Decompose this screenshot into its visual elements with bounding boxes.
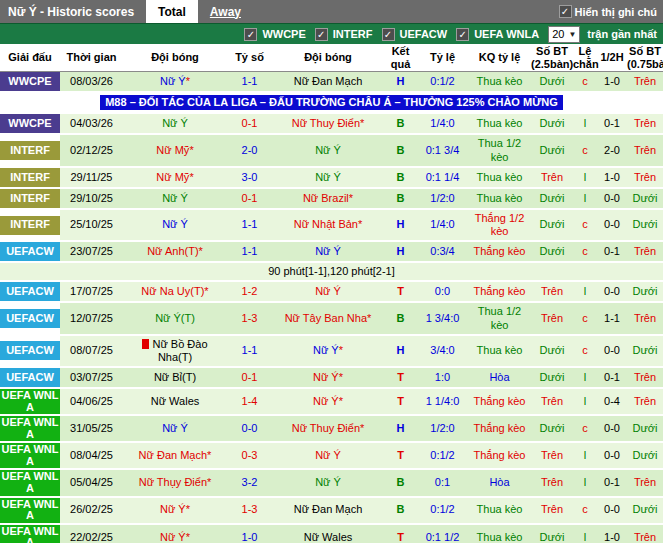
league-cell: UEFA WNLA [0,524,60,543]
away-team-name[interactable]: Nữ Thuy Điển [292,117,360,129]
away-team-name[interactable]: Nữ Ý [313,371,339,383]
league-cell: UEFA WNLA [0,469,60,496]
show-notes-checkbox[interactable] [559,5,572,18]
home-team-name[interactable]: Nữ Ý [160,531,186,543]
odd-even: l [573,113,597,134]
league-badge: INTERF [0,216,60,235]
result-letter: T [384,281,417,302]
league-filter-bar: WWCPE INTERF UEFACW UEFA WNLA 20 ▼ trận … [0,23,663,44]
away-team-name[interactable]: Nữ Ý [313,344,339,356]
home-team-name[interactable]: Nữ Thụy Điển [139,476,207,488]
home-team-name[interactable]: Nữ Mỹ [156,144,189,156]
over-under-2-5: Dưới [531,367,573,388]
ad-banner[interactable]: M88 – ĐỐI TÁC CỦA LA LIGA – ĐẤU TRƯỜNG C… [100,95,563,110]
home-team-name[interactable]: Nữ Wales [151,395,200,407]
home-team-name[interactable]: Nữ Ý [162,422,188,434]
away-team-cell: Nữ Ý* [272,367,384,388]
over-under-0-75: Dưới [627,415,663,442]
away-team-name[interactable]: Nữ Ý [315,171,341,183]
home-team-name[interactable]: Nữ Bồ Đào Nha(T) [152,338,207,363]
filter-checkbox-uefacw[interactable] [382,28,395,41]
match-date: 26/02/25 [60,497,123,524]
match-row: UEFACW23/07/25Nữ Anh(T)*1-1Nữ ÝH0:3/4Thắ… [0,241,663,262]
away-team-name[interactable]: Nữ Brazil [303,192,349,204]
home-team-name[interactable]: Nữ Na Uy(T) [141,285,204,297]
home-team-cell: Nữ Ý(T) [123,302,227,334]
home-team-name[interactable]: Nữ Ý [162,192,188,204]
favorite-star: * [186,503,190,515]
result-letter: B [384,302,417,334]
home-team-name[interactable]: Nữ Đan Mạch [139,449,208,461]
home-team-name[interactable]: Nữ Ý(T) [155,312,195,324]
tab-total[interactable]: Total [146,0,198,23]
favorite-star: * [199,245,203,257]
ad-row: M88 – ĐỐI TÁC CỦA LA LIGA – ĐẤU TRƯỜNG C… [0,92,663,113]
favorite-star: * [189,171,193,183]
handicap-result: Thua 1/2 kèo [468,134,531,166]
home-team-name[interactable]: Nữ Bỉ(T) [154,371,196,383]
over-under-0-75: Trên [627,241,663,262]
away-team-name[interactable]: Nữ Đan Mạch [294,75,363,87]
home-team-cell: Nữ Bồ Đào Nha(T) [123,335,227,367]
half-time-score: 0-1 [597,469,627,496]
home-team-name[interactable]: Nữ Mỹ [156,171,189,183]
over-under-2-5: Dưới [531,524,573,543]
half-time-score: 0-0 [597,188,627,209]
odd-even: c [573,72,597,93]
match-date: 08/03/26 [60,72,123,93]
match-score: 1-1 [227,241,272,262]
away-team-name[interactable]: Nữ Thuy Điển [292,422,360,434]
filter-checkbox-wwcpe[interactable] [244,28,257,41]
away-team-cell: Nữ Ý [272,469,384,496]
league-badge: WWCPE [0,72,60,91]
match-date: 03/07/25 [60,367,123,388]
away-team-name[interactable]: Nữ Nhật Bản [294,218,358,230]
match-score: 0-0 [227,415,272,442]
over-under-0-75: Trên [627,113,663,134]
match-row: UEFA WNLA08/04/25Nữ Đan Mạch*0-3Nữ ÝT0:1… [0,442,663,469]
header-away-team: Đội bóng [272,44,384,72]
away-team-name[interactable]: Nữ Ý [315,245,341,257]
result-letter: H [384,415,417,442]
home-team-cell: Nữ Ý [123,209,227,241]
header-league: Giải đấu [0,44,60,72]
league-badge: UEFA WNLA [0,498,60,523]
match-row: WWCPE08/03/26Nữ Ý*1-1Nữ Đan MạchH0:1/2Th… [0,72,663,93]
favorite-star: * [349,192,353,204]
favorite-star: * [360,117,364,129]
filter-checkbox-interf[interactable] [315,28,328,41]
handicap-result: Thua kèo [468,335,531,367]
home-team-name[interactable]: Nữ Ý [160,75,186,87]
away-team-name[interactable]: Nữ Ý [313,395,339,407]
over-under-0-75: Dưới [627,442,663,469]
result-letter: B [384,497,417,524]
filter-checkbox-uefawnla[interactable] [456,28,469,41]
match-row: UEFA WNLA26/02/25Nữ Ý*1-3Nữ Đan MạchB0:1… [0,497,663,524]
filter-label-wwcpe: WWCPE [262,28,305,40]
match-count-select[interactable]: 20 ▼ [548,26,580,43]
away-team-name[interactable]: Nữ Tây Ban Nha [285,312,367,324]
away-team-name[interactable]: Nữ Đan Mạch [294,503,363,515]
over-under-2-5: Dưới [531,209,573,241]
home-team-cell: Nữ Ý* [123,72,227,93]
league-cell: UEFACW [0,281,60,302]
handicap-odds: 1:0 [417,367,468,388]
odd-even: l [573,469,597,496]
favorite-star: * [339,371,343,383]
half-time-score: 0-1 [597,367,627,388]
match-row: UEFA WNLA05/04/25Nữ Thụy Điển*3-2Nữ ÝB0:… [0,469,663,496]
home-team-name[interactable]: Nữ Ý [162,218,188,230]
away-team-name[interactable]: Nữ Ý [315,285,341,297]
home-team-name[interactable]: Nữ Anh(T) [147,245,198,257]
half-time-score: 1-1 [597,302,627,334]
away-team-name[interactable]: Nữ Wales [304,531,353,543]
over-under-2-5: Trên [531,388,573,415]
match-score: 1-1 [227,209,272,241]
away-team-name[interactable]: Nữ Ý [315,144,341,156]
away-team-name[interactable]: Nữ Ý [315,476,341,488]
league-cell: INTERF [0,209,60,241]
home-team-name[interactable]: Nữ Ý [160,503,186,515]
tab-away[interactable]: Away [198,0,253,23]
away-team-name[interactable]: Nữ Ý [315,449,341,461]
home-team-name[interactable]: Nữ Ý [162,117,188,129]
